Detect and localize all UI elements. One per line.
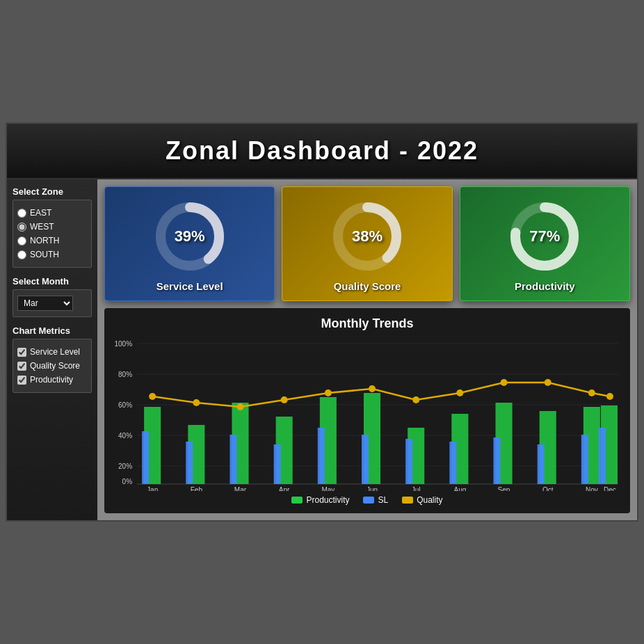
page-title: Zonal Dashboard - 2022 <box>14 136 630 166</box>
prod-donut: 77% <box>506 198 583 275</box>
main-area: Select Zone EAST WEST NORTH <box>7 179 637 520</box>
svg-text:Dec: Dec <box>604 486 616 491</box>
metric-qs-label: Quality Score <box>30 361 80 371</box>
svg-rect-31 <box>186 442 193 484</box>
legend-sl: SL <box>363 495 388 505</box>
chart-legend: Productivity SL Quality <box>113 495 622 505</box>
qs-donut: 38% <box>329 198 405 275</box>
svg-text:Oct: Oct <box>542 486 554 491</box>
svg-text:40%: 40% <box>118 432 132 440</box>
sl-donut: 39% <box>152 198 228 275</box>
svg-rect-38 <box>493 437 500 484</box>
metric-quality-score[interactable]: Quality Score <box>17 359 87 373</box>
svg-point-53 <box>606 393 613 400</box>
zone-west[interactable]: WEST <box>17 220 87 234</box>
metric-service-level[interactable]: Service Level <box>17 345 87 359</box>
svg-text:Aug: Aug <box>453 486 466 491</box>
svg-rect-40 <box>581 435 588 484</box>
metric-sl-label: Service Level <box>30 347 80 357</box>
content-area: 39% Service Level 38% Quality Score <box>97 179 637 520</box>
svg-text:Mar: Mar <box>234 486 247 491</box>
svg-text:Jul: Jul <box>412 486 421 491</box>
header: Zonal Dashboard - 2022 <box>7 124 637 179</box>
svg-point-49 <box>456 389 463 396</box>
svg-rect-35 <box>362 435 369 484</box>
monthly-trends-chart: 100% 80% 60% 40% 20% 0% <box>113 338 622 491</box>
svg-point-48 <box>412 396 419 403</box>
chart-metrics-label: Chart Metrics <box>13 325 92 336</box>
qs-label: Quality Score <box>334 280 401 292</box>
prod-label: Productivity <box>515 280 575 292</box>
sidebar: Select Zone EAST WEST NORTH <box>7 179 97 520</box>
svg-rect-41 <box>599 428 606 484</box>
zone-south-label: SOUTH <box>30 250 59 259</box>
select-zone-label: Select Zone <box>13 186 92 197</box>
svg-text:80%: 80% <box>118 371 132 378</box>
select-zone-section: Select Zone EAST WEST NORTH <box>13 186 92 268</box>
kpi-productivity: 77% Productivity <box>460 186 630 301</box>
zone-east[interactable]: EAST <box>17 206 87 220</box>
svg-point-47 <box>369 385 376 392</box>
month-select[interactable]: JanFebMar AprMayJun JulAugSep OctNovDec <box>17 296 73 311</box>
svg-text:0%: 0% <box>122 478 133 485</box>
svg-point-46 <box>325 389 332 396</box>
select-month-label: Select Month <box>13 276 92 287</box>
svg-rect-33 <box>274 444 281 484</box>
legend-quality-label: Quality <box>417 495 442 505</box>
svg-text:Jan: Jan <box>147 486 158 491</box>
sl-label: Service Level <box>156 280 223 292</box>
chart-container: 100% 80% 60% 40% 20% 0% <box>113 338 622 491</box>
zone-north[interactable]: NORTH <box>17 234 87 248</box>
chart-title: Monthly Trends <box>113 316 622 331</box>
svg-rect-32 <box>230 435 236 484</box>
svg-point-51 <box>545 379 552 386</box>
zone-east-label: EAST <box>30 208 51 218</box>
svg-text:60%: 60% <box>118 401 132 409</box>
svg-text:Feb: Feb <box>191 486 203 491</box>
legend-productivity-color <box>291 497 303 504</box>
prod-value: 77% <box>529 227 560 245</box>
svg-point-44 <box>236 403 243 410</box>
svg-point-45 <box>281 396 288 403</box>
metric-prod-label: Productivity <box>30 375 73 385</box>
svg-point-43 <box>193 399 200 406</box>
svg-text:20%: 20% <box>118 462 132 470</box>
svg-text:May: May <box>321 486 335 491</box>
month-dropdown-wrapper: JanFebMar AprMayJun JulAugSep OctNovDec <box>13 289 92 317</box>
qs-value: 38% <box>352 227 383 245</box>
legend-quality-color <box>402 497 413 504</box>
kpi-cards: 39% Service Level 38% Quality Score <box>104 186 630 301</box>
svg-rect-36 <box>405 439 412 484</box>
svg-point-42 <box>149 393 156 400</box>
legend-productivity: Productivity <box>291 495 349 505</box>
svg-rect-34 <box>318 428 325 484</box>
kpi-quality-score: 38% Quality Score <box>282 186 452 301</box>
kpi-service-level: 39% Service Level <box>104 186 275 301</box>
chart-area: Monthly Trends 100% 80% 60% 40% 20% 0% <box>104 308 630 513</box>
select-month-section: Select Month JanFebMar AprMayJun JulAugS… <box>13 276 92 317</box>
legend-productivity-label: Productivity <box>306 495 349 505</box>
chart-metrics-section: Chart Metrics Service Level Quality Scor… <box>13 325 92 393</box>
sl-value: 39% <box>175 227 205 245</box>
svg-text:Nov: Nov <box>586 486 598 491</box>
metric-productivity[interactable]: Productivity <box>17 373 87 387</box>
svg-rect-37 <box>449 442 456 484</box>
zone-south[interactable]: SOUTH <box>17 248 87 261</box>
zone-west-label: WEST <box>30 222 54 232</box>
svg-point-52 <box>588 389 595 396</box>
metrics-options: Service Level Quality Score Productivity <box>13 339 92 393</box>
svg-text:Jun: Jun <box>367 486 378 491</box>
svg-text:Apr: Apr <box>279 486 290 491</box>
zone-north-label: NORTH <box>30 236 59 245</box>
dashboard-wrapper: Zonal Dashboard - 2022 Select Zone EAST … <box>6 122 638 522</box>
svg-text:Sep: Sep <box>498 486 510 491</box>
svg-rect-39 <box>538 444 545 484</box>
legend-quality: Quality <box>402 495 442 505</box>
svg-rect-30 <box>142 431 149 484</box>
svg-text:100%: 100% <box>114 340 132 348</box>
zone-options: EAST WEST NORTH SOUTH <box>13 200 92 268</box>
legend-sl-color <box>363 497 374 504</box>
legend-sl-label: SL <box>378 495 388 505</box>
svg-point-50 <box>501 379 508 386</box>
